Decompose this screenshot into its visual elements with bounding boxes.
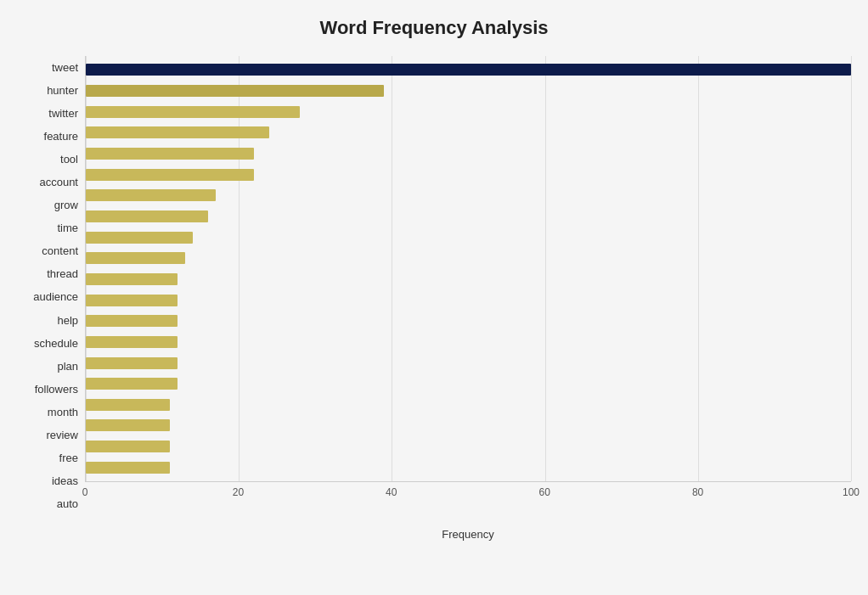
bar-row-plan [86,332,851,353]
y-label-month: month [48,407,78,418]
bar-row-schedule [86,311,851,332]
bar-row-time [86,206,851,227]
y-label-review: review [46,429,78,441]
y-label-twitter: twitter [48,108,78,119]
y-label-feature: feature [44,131,78,142]
x-tick-0: 0 [82,486,88,498]
y-label-help: help [57,315,78,326]
bar-twitter [86,106,300,118]
bars-inner [86,56,851,481]
bar-hunter [86,85,384,97]
bar-followers [86,357,178,369]
bar-auto [86,462,170,474]
x-axis: Frequency 020406080100 [85,481,851,515]
bar-row-help [86,289,851,311]
bars-and-xaxis: Frequency 020406080100 [85,56,851,515]
y-label-account: account [39,177,78,188]
bar-tool [86,148,254,160]
bar-thread [86,252,185,264]
y-label-free: free [59,452,78,463]
bar-feature [86,126,269,138]
chart-container: Word Frequency Analysis tweethuntertwitt… [0,0,868,595]
y-label-followers: followers [35,384,78,395]
y-label-ideas: ideas [52,475,78,486]
chart-title: Word Frequency Analysis [17,17,851,39]
bar-audience [86,273,178,285]
y-label-thread: thread [47,268,78,279]
x-tick-60: 60 [539,486,550,498]
x-tick-20: 20 [233,486,244,498]
bar-review [86,399,170,411]
bar-row-thread [86,248,851,269]
bar-row-twitter [86,101,851,122]
bar-content [86,232,193,244]
bar-schedule [86,315,178,327]
y-label-time: time [57,222,78,233]
x-tick-40: 40 [386,486,397,498]
bar-row-followers [86,352,851,373]
y-label-tool: tool [60,154,78,165]
bar-row-month [86,373,851,395]
bar-row-ideas [86,436,851,457]
y-axis-labels: tweethuntertwitterfeaturetoolaccountgrow… [17,56,85,515]
bar-row-hunter [86,81,851,102]
bar-plan [86,336,178,348]
x-axis-label: Frequency [442,528,493,541]
x-tick-100: 100 [843,486,860,498]
bar-row-grow [86,185,851,206]
chart-area: tweethuntertwitterfeaturetoolaccountgrow… [17,56,851,515]
grid-line-100 [851,56,852,481]
bar-help [86,295,178,306]
bar-grow [86,189,216,201]
x-tick-80: 80 [692,486,703,498]
bar-row-free [86,415,851,436]
bar-time [86,210,208,222]
bar-row-content [86,227,851,248]
bar-row-review [86,395,851,416]
bar-ideas [86,441,170,452]
y-label-audience: audience [33,291,78,302]
bar-row-account [86,164,851,185]
y-label-grow: grow [54,199,78,210]
bar-row-auto [86,457,851,478]
bar-account [86,169,254,181]
bar-month [86,378,178,390]
y-label-plan: plan [57,361,78,372]
bar-tweet [86,64,851,76]
y-label-auto: auto [57,498,78,509]
bar-row-feature [86,122,851,143]
y-label-content: content [42,245,78,256]
y-label-tweet: tweet [52,62,78,73]
bar-free [86,419,170,431]
bar-row-tool [86,143,851,165]
y-label-schedule: schedule [34,338,78,349]
bar-row-tweet [86,59,851,81]
bars-area [85,56,851,481]
y-label-hunter: hunter [47,85,78,96]
bar-row-audience [86,269,851,290]
